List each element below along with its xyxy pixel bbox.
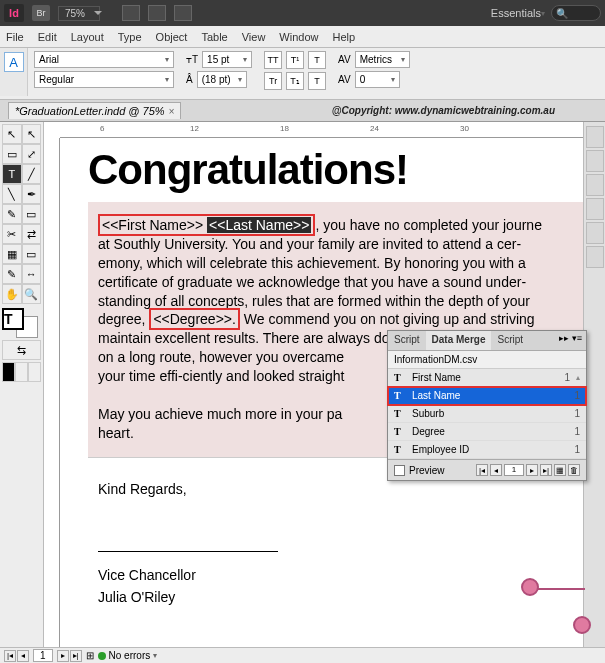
merge-field-item-selected[interactable]: T Last Name 1 (388, 387, 586, 405)
ruler-tick: 18 (280, 124, 289, 133)
body-text: at Southly University. You and your fami… (98, 236, 521, 252)
last-record-button[interactable]: ▸| (540, 464, 552, 476)
stroke-panel-icon[interactable] (586, 198, 604, 220)
gradient-swatch-tool[interactable]: ▦ (2, 244, 22, 264)
font-style-combo[interactable]: Regular▾ (34, 71, 174, 88)
body-text: degree, (98, 311, 149, 327)
font-size-combo[interactable]: 15 pt▾ (202, 51, 252, 68)
rect-frame-tool[interactable]: ✎ (2, 204, 22, 224)
strike-button[interactable]: T (308, 72, 326, 90)
pen-tool[interactable]: ╲ (2, 184, 22, 204)
document-tab[interactable]: *GraduationLetter.indd @ 75% × (8, 102, 181, 119)
leading-combo[interactable]: (18 pt)▾ (197, 71, 247, 88)
record-number-field[interactable]: 1 (504, 464, 524, 476)
apply-color[interactable] (2, 362, 15, 382)
zoom-tool[interactable]: 🔍 (22, 284, 42, 304)
first-record-button[interactable]: |◂ (476, 464, 488, 476)
first-page-button[interactable]: |◂ (4, 650, 16, 662)
view-options-icon[interactable] (122, 5, 140, 21)
swap-fill-stroke[interactable]: ⇆ (2, 340, 41, 360)
pencil-tool[interactable]: ✒ (22, 184, 42, 204)
subscript-button[interactable]: T₁ (286, 72, 304, 90)
smallcaps-button[interactable]: Tr (264, 72, 282, 90)
gradient-feather-tool[interactable]: ▭ (22, 244, 42, 264)
prev-page-button[interactable]: ◂ (17, 650, 29, 662)
selection-tool[interactable]: ↖ (2, 124, 22, 144)
underline-button[interactable]: T (308, 51, 326, 69)
menu-object[interactable]: Object (156, 31, 188, 43)
page-tool[interactable]: ▭ (2, 144, 22, 164)
open-nav-icon[interactable]: ⊞ (86, 650, 94, 661)
allcaps-button[interactable]: TT (264, 51, 282, 69)
eyedropper-tool[interactable]: ↔ (22, 264, 42, 284)
fill-swatch[interactable]: T (2, 308, 24, 330)
vertical-ruler[interactable] (44, 138, 60, 647)
horizontal-ruler[interactable]: 6 12 18 24 30 (60, 122, 583, 138)
next-record-button[interactable]: ▸ (526, 464, 538, 476)
color-panel-icon[interactable] (586, 222, 604, 244)
menu-view[interactable]: View (242, 31, 266, 43)
tracking-combo[interactable]: 0▾ (355, 71, 400, 88)
panel-tab-script2[interactable]: Script (491, 331, 529, 350)
menu-help[interactable]: Help (332, 31, 355, 43)
rect-tool[interactable]: ▭ (22, 204, 42, 224)
links-panel-icon[interactable] (586, 174, 604, 196)
line-tool[interactable]: ╱ (22, 164, 42, 184)
scissors-tool[interactable]: ✂ (2, 224, 22, 244)
char-format-indicator[interactable]: A (0, 48, 28, 96)
direct-selection-tool[interactable]: ↖ (22, 124, 42, 144)
swatches-panel-icon[interactable] (586, 246, 604, 268)
delete-button[interactable]: 🗑 (568, 464, 580, 476)
preflight-status[interactable]: No errors ▾ (98, 650, 158, 661)
last-page-button[interactable]: ▸| (70, 650, 82, 662)
signature-block[interactable]: Kind Regards, Vice Chancellor Julia O'Ri… (88, 457, 583, 629)
merge-field-degree[interactable]: <<Degree>>. (149, 308, 240, 330)
free-transform-tool[interactable]: ⇄ (22, 224, 42, 244)
font-family-combo[interactable]: Arial▾ (34, 51, 174, 68)
merge-field-list: T First Name 1 ▴ T Last Name 1 T Suburb … (388, 369, 586, 459)
page-number-field[interactable]: 1 (33, 649, 53, 662)
menu-window[interactable]: Window (279, 31, 318, 43)
menu-file[interactable]: File (6, 31, 24, 43)
chevron-down-icon: ▾ (153, 651, 157, 660)
preflight-ok-icon (98, 652, 106, 660)
merge-field-lastname[interactable]: <<Last Name>> (207, 217, 311, 233)
headline-text[interactable]: Congratulations! (88, 146, 583, 202)
merge-field-item[interactable]: T Degree 1 (388, 423, 586, 441)
pages-panel-icon[interactable] (586, 126, 604, 148)
help-search[interactable]: 🔍 (551, 5, 601, 21)
arrange-docs-icon[interactable] (174, 5, 192, 21)
workspace-switcher[interactable]: Essentials ▾ (491, 7, 545, 19)
data-merge-panel[interactable]: Script Data Merge Script ▸▸ ▾≡ Informati… (387, 330, 587, 481)
menu-type[interactable]: Type (118, 31, 142, 43)
panel-tab-datamerge[interactable]: Data Merge (426, 331, 492, 350)
kerning-combo[interactable]: Metrics▾ (355, 51, 410, 68)
preview-checkbox[interactable] (394, 465, 405, 476)
menu-edit[interactable]: Edit (38, 31, 57, 43)
fill-stroke-swatch[interactable]: T (2, 308, 40, 338)
menu-layout[interactable]: Layout (71, 31, 104, 43)
bridge-badge[interactable]: Br (32, 5, 50, 21)
layers-panel-icon[interactable] (586, 150, 604, 172)
merge-field-item[interactable]: T Employee ID 1 (388, 441, 586, 459)
body-text: We commend you on not giving up and stri… (240, 311, 535, 327)
close-tab-icon[interactable]: × (169, 106, 175, 117)
prev-record-button[interactable]: ◂ (490, 464, 502, 476)
next-page-button[interactable]: ▸ (57, 650, 69, 662)
screen-mode-icon[interactable] (148, 5, 166, 21)
menu-table[interactable]: Table (201, 31, 227, 43)
hand-tool[interactable]: ✋ (2, 284, 22, 304)
body-text: , you have no completed your journe (315, 217, 541, 233)
panel-tab-script1[interactable]: Script (388, 331, 426, 350)
superscript-button[interactable]: T¹ (286, 51, 304, 69)
apply-gradient[interactable] (15, 362, 28, 382)
panel-expand-icon[interactable]: ▸▸ ▾≡ (555, 331, 586, 350)
merge-field-item[interactable]: T Suburb 1 (388, 405, 586, 423)
apply-none[interactable] (28, 362, 41, 382)
type-tool[interactable]: T (2, 164, 22, 184)
create-merged-button[interactable]: ▦ (554, 464, 566, 476)
merge-field-firstname[interactable]: <<First Name>> (102, 217, 203, 233)
merge-field-item[interactable]: T First Name 1 ▴ (388, 369, 586, 387)
gap-tool[interactable]: ⤢ (22, 144, 42, 164)
note-tool[interactable]: ✎ (2, 264, 22, 284)
